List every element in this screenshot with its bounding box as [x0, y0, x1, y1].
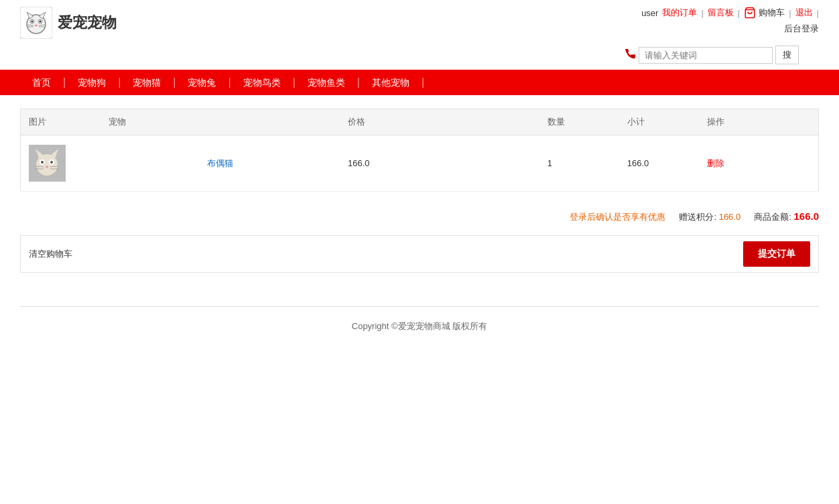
points-value: 166.0 — [719, 212, 741, 222]
sep4: | — [817, 8, 819, 18]
site-title: 爱宠宠物 — [58, 13, 117, 33]
product-name-link[interactable]: 布偶猫 — [207, 158, 233, 168]
nav-item-cat[interactable]: 宠物猫 — [121, 70, 173, 95]
total-value: 166.0 — [793, 210, 819, 222]
nav-item-other[interactable]: 其他宠物 — [360, 70, 422, 95]
search-button[interactable]: 搜 — [775, 46, 799, 64]
user-label: user — [641, 8, 658, 18]
svg-point-8 — [35, 25, 38, 27]
nav-item-rabbit[interactable]: 宠物兔 — [176, 70, 228, 95]
footer: Copyright ©爱宠宠物商城 版权所有 — [0, 307, 839, 346]
header-right: user 我的订单 | 留言板 | 购物车 | 退出 | 后台登录 — [641, 7, 819, 35]
col-image: 图片 — [21, 109, 101, 135]
header-user-actions: user 我的订单 | 留言板 | 购物车 | 退出 | — [641, 7, 819, 19]
product-image-cell — [21, 135, 101, 192]
table-row: 布偶猫 166.0 1 166.0 删除 — [21, 135, 819, 192]
search-area: 搜 — [20, 42, 819, 70]
phone-icon — [625, 49, 636, 62]
main-content: 图片 宠物 价格 数量 小计 操作 — [0, 95, 839, 286]
total-area: 商品金额: 166.0 — [754, 210, 819, 223]
col-qty: 数量 — [539, 109, 619, 135]
total-label: 商品金额: — [754, 212, 791, 222]
svg-point-22 — [46, 166, 48, 168]
discount-link[interactable]: 登录后确认是否享有优惠 — [570, 211, 665, 223]
cart-label: 购物车 — [759, 7, 785, 19]
cart-icon — [744, 7, 756, 19]
col-action: 操作 — [699, 109, 819, 135]
cart-area[interactable]: 购物车 — [744, 7, 785, 19]
col-subtotal: 小计 — [619, 109, 699, 135]
col-product: 宠物 — [101, 109, 340, 135]
svg-point-21 — [50, 161, 53, 164]
cart-bottom-actions: 清空购物车 提交订单 — [20, 235, 819, 273]
search-input[interactable] — [639, 47, 773, 64]
cart-table: 图片 宠物 价格 数量 小计 操作 — [20, 109, 819, 192]
submit-order-button[interactable]: 提交订单 — [743, 241, 810, 267]
col-price: 价格 — [340, 109, 539, 135]
svg-point-20 — [41, 161, 44, 164]
svg-point-5 — [40, 21, 42, 23]
message-board-link[interactable]: 留言板 — [708, 7, 734, 19]
logo-icon — [20, 7, 52, 39]
product-subtotal-cell: 166.0 — [619, 135, 699, 192]
nav-bar: 首页 | 宠物狗 | 宠物猫 | 宠物兔 | 宠物鸟类 | 宠物鱼类 | 其他宠… — [0, 70, 839, 95]
nav-item-fish[interactable]: 宠物鱼类 — [296, 70, 357, 95]
delete-button[interactable]: 删除 — [707, 158, 724, 170]
copyright-text: Copyright ©爱宠宠物商城 版权所有 — [352, 321, 487, 331]
svg-point-4 — [31, 21, 34, 23]
sep2: | — [738, 8, 740, 18]
product-action-cell[interactable]: 删除 — [699, 135, 819, 192]
backend-login[interactable]: 后台登录 — [784, 23, 819, 35]
points-label: 赠送积分: — [679, 212, 716, 222]
logout-link[interactable]: 退出 — [795, 7, 813, 19]
clear-cart-button[interactable]: 清空购物车 — [29, 248, 72, 260]
my-orders-link[interactable]: 我的订单 — [662, 7, 697, 19]
product-price-cell: 166.0 — [340, 135, 539, 192]
product-image — [29, 145, 66, 182]
points-area: 赠送积分: 166.0 — [679, 211, 740, 223]
sep1: | — [701, 8, 703, 18]
logo[interactable]: 爱宠宠物 — [20, 7, 117, 39]
nav-item-bird[interactable]: 宠物鸟类 — [231, 70, 293, 95]
product-name-cell[interactable]: 布偶猫 — [101, 135, 340, 192]
product-qty-cell: 1 — [539, 135, 619, 192]
cart-summary: 登录后确认是否享有优惠 赠送积分: 166.0 商品金额: 166.0 — [20, 205, 819, 229]
nav-sep-7: | — [422, 76, 424, 88]
nav-item-dog[interactable]: 宠物狗 — [66, 70, 118, 95]
sep3: | — [789, 8, 791, 18]
nav-item-home[interactable]: 首页 — [20, 70, 63, 95]
